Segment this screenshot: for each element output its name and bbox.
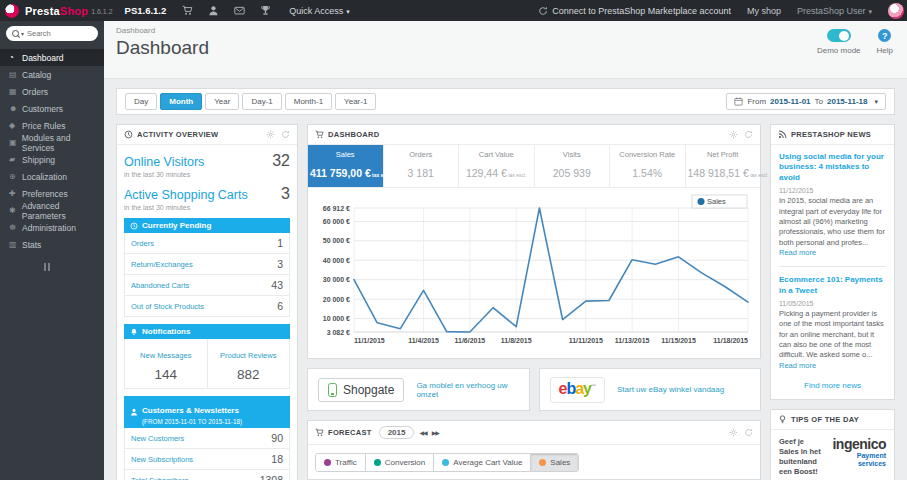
range-button-day[interactable]: Day (125, 93, 157, 110)
kpi-net-profit[interactable]: Net Profit148 918,51 € tax excl. (686, 145, 761, 187)
sidebar-item-shipping[interactable]: ▰Shipping (0, 151, 104, 168)
svg-text:11/15/2015: 11/15/2015 (661, 337, 696, 344)
kpi-orders[interactable]: Orders3 181 (384, 145, 460, 187)
activity-overview-panel: Activity overview Online Visitors 32 in … (116, 124, 298, 480)
sidebar-item-label: Orders (22, 87, 48, 97)
gear-icon[interactable] (729, 428, 738, 437)
my-shop-link[interactable]: My shop (747, 6, 781, 16)
kpi-label: Orders (386, 150, 457, 159)
news-article-excerpt: In 2015, social media are an integral pa… (779, 196, 886, 258)
forecast-toggle-traffic[interactable]: Traffic (316, 454, 365, 471)
shopgate-link[interactable]: Ga mobiel en verhoog uw omzet (416, 381, 518, 399)
return-exchanges-link[interactable]: Return/Exchanges (131, 260, 193, 269)
cart-icon[interactable] (182, 5, 193, 16)
kpi-sales[interactable]: Sales411 759,00 € tax excl. (308, 145, 384, 187)
read-more-link[interactable]: Read more (779, 361, 816, 370)
range-button-day-1[interactable]: Day-1 (242, 93, 281, 110)
new-customers-link[interactable]: New Customers (131, 434, 184, 443)
refresh-icon[interactable] (281, 130, 290, 139)
marketplace-link[interactable]: Connect to PrestaShop Marketplace accoun… (538, 6, 731, 16)
demo-mode-label: Demo mode (817, 46, 861, 55)
product-reviews-link[interactable]: Product Reviews (220, 351, 276, 360)
price-rules-icon: ◆ (9, 121, 22, 130)
sidebar-item-catalog[interactable]: ▤Catalog (0, 66, 104, 83)
out-of-stock-products-link[interactable]: Out of Stock Products (131, 302, 204, 311)
total-subscribers-link[interactable]: Total Subscribers (131, 476, 189, 480)
svg-text:11/13/2015: 11/13/2015 (615, 337, 650, 344)
average-cart-value-dot-icon (442, 459, 449, 466)
range-button-year[interactable]: Year (205, 93, 239, 110)
svg-text:11/18/2015: 11/18/2015 (713, 337, 748, 344)
online-visitors-link[interactable]: Online Visitors (124, 155, 204, 169)
gear-icon[interactable] (729, 130, 738, 139)
return-exchanges-value: 3 (277, 258, 283, 270)
orders-link[interactable]: Orders (131, 239, 154, 248)
shopgate-banner[interactable]: Shopgate Ga mobiel en verhoog uw omzet (307, 368, 530, 411)
range-button-month-1[interactable]: Month-1 (285, 93, 332, 110)
kpi-visits[interactable]: Visits205 939 (535, 145, 611, 187)
bell-icon (130, 328, 138, 336)
date-range-button[interactable]: From2015-11-01 To2015-11-18 (726, 93, 886, 110)
new-subscriptions-link[interactable]: New Subscriptions (131, 455, 193, 464)
sidebar-item-stats[interactable]: ▥Stats (0, 236, 104, 253)
refresh-icon[interactable] (744, 428, 753, 437)
ebay-banner[interactable]: ebay™ Start uw eBay winkel vandaag (539, 368, 762, 411)
ebay-link[interactable]: Start uw eBay winkel vandaag (617, 385, 724, 394)
demo-mode-toggle[interactable] (827, 29, 851, 42)
sidebar-item-administration[interactable]: ☸Administration (0, 219, 104, 236)
abandoned-carts-link[interactable]: Abandoned Carts (131, 281, 189, 290)
abandoned-carts-value: 43 (271, 279, 283, 291)
sidebar-collapse-button[interactable] (44, 263, 104, 271)
messages-icon[interactable] (234, 5, 245, 16)
quick-access-menu[interactable]: Quick Access (289, 6, 350, 16)
gear-icon[interactable] (266, 130, 275, 139)
forecast-toggle-average-cart-value[interactable]: Average Cart Value (433, 454, 530, 471)
traffic-dot-icon (324, 459, 331, 466)
range-button-year-1[interactable]: Year-1 (335, 93, 376, 110)
sidebar-item-dashboard[interactable]: ◔Dashboard (0, 49, 104, 66)
sidebar-item-label: Modules and Services (22, 133, 104, 153)
breadcrumb: Dashboard (116, 26, 895, 35)
divider (779, 266, 886, 267)
rss-icon (778, 130, 787, 139)
sidebar-item-orders[interactable]: ▦Orders (0, 83, 104, 100)
kpi-suffix: tax excl. (749, 172, 769, 178)
kpi-conversion-rate[interactable]: Conversion Rate1.54% (610, 145, 686, 187)
news-article-title[interactable]: Using social media for your business: 4 … (779, 152, 886, 183)
sidebar-item-preferences[interactable]: ✚Preferences (0, 185, 104, 202)
help-icon[interactable]: ? (878, 29, 891, 42)
range-button-month[interactable]: Month (160, 93, 202, 110)
user-menu[interactable]: PrestaShop User (797, 6, 872, 16)
next-year-button[interactable]: ▶▶ (432, 429, 439, 436)
sidebar-item-localization[interactable]: ⊕Localization (0, 168, 104, 185)
section-subtitle: (FROM 2015-11-01 TO 2015-11-18) (142, 418, 242, 425)
kpi-label: Conversion Rate (612, 150, 683, 159)
kpi-cart-value[interactable]: Cart Value129,44 € tax excl. (459, 145, 535, 187)
previous-year-button[interactable]: ◀◀ (419, 429, 426, 436)
forecast-toggle-conversion[interactable]: Conversion (365, 454, 433, 471)
read-more-link[interactable]: Read more (779, 248, 816, 257)
news-article-title[interactable]: Ecommerce 101: Payments in a Tweet (779, 275, 886, 296)
sidebar-item-price-rules[interactable]: ◆Price Rules (0, 117, 104, 134)
sidebar-item-modules-and-services[interactable]: ▣Modules and Services (0, 134, 104, 151)
sidebar-item-advanced-parameters[interactable]: ✱Advanced Parameters (0, 202, 104, 219)
refresh-icon[interactable] (744, 130, 753, 139)
user-avatar[interactable] (888, 3, 904, 19)
sidebar-item-label: Advanced Parameters (22, 201, 104, 221)
active-carts-link[interactable]: Active Shopping Carts (124, 188, 248, 202)
search-input[interactable] (27, 29, 92, 38)
forecast-metric-toggles: TrafficConversionAverage Cart ValueSales (315, 453, 579, 472)
trophy-icon[interactable] (260, 5, 271, 16)
page-title: Dashboard (116, 37, 895, 59)
prestashop-logo-icon (5, 4, 19, 18)
customers-quick-icon[interactable] (208, 5, 219, 16)
active-carts-sub: in the last 30 minutes (124, 204, 290, 211)
new-messages-link[interactable]: New Messages (140, 351, 191, 360)
search-box[interactable]: ▾ (6, 26, 98, 41)
forecast-toggle-sales[interactable]: Sales (530, 454, 578, 471)
search-scope-caret-icon[interactable]: ▾ (21, 30, 24, 37)
dashboard-icon: ◔ (9, 53, 22, 62)
find-more-news-link[interactable]: Find more news (779, 381, 886, 390)
sidebar-item-customers[interactable]: ☻Customers (0, 100, 104, 117)
ebay-letter: a (575, 380, 583, 397)
